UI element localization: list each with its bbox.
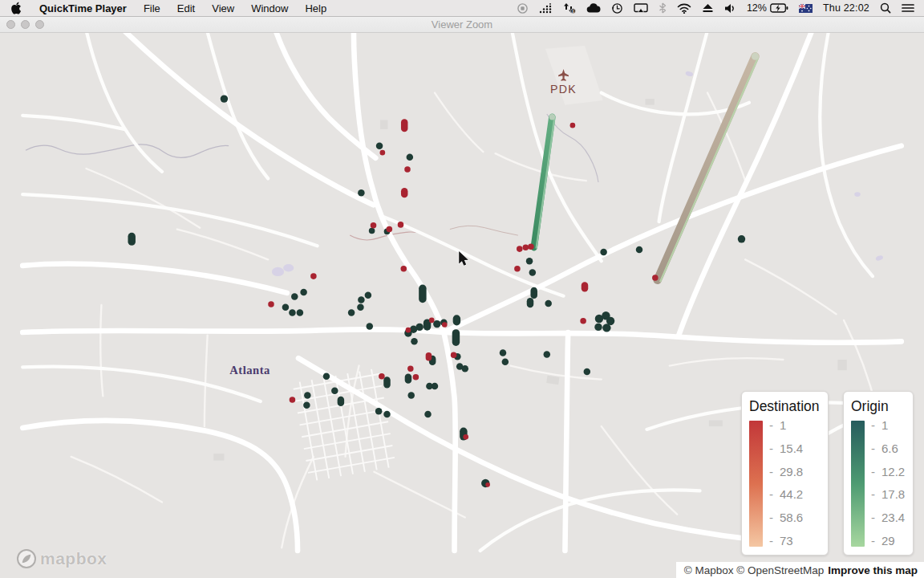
- origin-point: [602, 324, 610, 332]
- menu-help[interactable]: Help: [305, 2, 326, 14]
- origin-point: [365, 291, 372, 299]
- origin-point: [500, 349, 507, 356]
- origin-legend: Origin -1-6.6-12.2-17.8-23.4-29: [843, 391, 914, 556]
- destination-point: [652, 275, 659, 281]
- destination-point: [398, 222, 404, 228]
- time-machine-icon[interactable]: [611, 2, 623, 14]
- origin-point: [405, 373, 412, 383]
- origin-point: [323, 373, 330, 381]
- legend-tick: -15.4: [769, 442, 803, 454]
- origin-point: [358, 189, 365, 197]
- spotlight-search-icon[interactable]: [880, 2, 891, 14]
- origin-point: [383, 411, 391, 418]
- menu-bar: QuickTime Player FileEditViewWindowHelp …: [0, 0, 924, 17]
- origin-point: [738, 235, 745, 242]
- origin-point: [407, 154, 413, 161]
- window-title-bar[interactable]: Viewer Zoom: [0, 17, 924, 33]
- destination-point: [310, 273, 317, 279]
- origin-point: [128, 233, 136, 246]
- destination-point: [371, 222, 377, 229]
- destination-point: [451, 352, 457, 359]
- destination-point: [582, 282, 589, 291]
- origin-point: [527, 298, 534, 307]
- origin-point: [331, 387, 338, 394]
- origin-point: [462, 365, 469, 372]
- legend-tick: -23.4: [871, 511, 905, 523]
- battery-percent: 12%: [747, 2, 767, 14]
- origin-point: [297, 309, 304, 316]
- origin-legend-title: Origin: [851, 398, 905, 415]
- origin-point: [291, 293, 298, 300]
- origin-point: [282, 304, 290, 311]
- destination-point: [380, 150, 386, 156]
- destination-legend-title: Destination: [749, 398, 820, 415]
- destination-point: [528, 244, 534, 250]
- origin-point: [636, 246, 643, 254]
- origin-point: [453, 315, 460, 325]
- screen-record-icon[interactable]: [517, 2, 529, 14]
- improve-map-link[interactable]: Improve this map: [828, 564, 918, 576]
- map-attribution: © Mapbox © OpenStreetMap Improve this ma…: [676, 562, 924, 578]
- origin-point: [432, 383, 439, 390]
- destination-point: [485, 482, 490, 487]
- origin-point: [407, 392, 415, 399]
- origin-color-ramp: [851, 421, 865, 547]
- origin-point: [433, 320, 440, 328]
- menu-edit[interactable]: Edit: [177, 2, 195, 14]
- menu-app-name[interactable]: QuickTime Player: [39, 2, 127, 14]
- destination-point: [290, 397, 296, 403]
- destination-point: [401, 266, 407, 272]
- origin-point: [338, 397, 345, 406]
- origin-point: [424, 411, 432, 418]
- signal-meter-icon[interactable]: [539, 3, 553, 14]
- city-label: Atlanta: [229, 364, 270, 377]
- battery-indicator[interactable]: 12%: [747, 2, 788, 14]
- destination-point: [268, 301, 274, 307]
- legend-tick: -1: [871, 419, 905, 431]
- destination-point: [426, 352, 432, 360]
- destination-point: [406, 328, 411, 333]
- origin-point: [358, 296, 365, 303]
- sync-arrows-icon[interactable]: 0: [563, 2, 576, 14]
- origin-point: [584, 368, 591, 376]
- destination-point: [442, 322, 448, 328]
- origin-point: [502, 359, 509, 366]
- wifi-icon[interactable]: [677, 3, 691, 14]
- menu-view[interactable]: View: [212, 2, 234, 14]
- origin-point: [594, 324, 602, 331]
- legend-tick: -29.8: [769, 466, 803, 478]
- legend-tick: -1: [769, 419, 803, 431]
- airplay-display-icon[interactable]: [634, 3, 648, 14]
- bluetooth-icon[interactable]: [659, 2, 667, 14]
- menu-list-icon[interactable]: [902, 3, 914, 13]
- origin-point: [304, 392, 311, 399]
- mapbox-logo[interactable]: mapbox: [16, 548, 107, 569]
- destination-point: [379, 373, 385, 380]
- origin-point: [452, 329, 460, 346]
- apple-menu-icon[interactable]: [11, 2, 22, 14]
- menu-window[interactable]: Window: [251, 2, 288, 14]
- destination-point: [570, 123, 576, 128]
- legend-tick: -29: [871, 535, 905, 547]
- cloud-icon[interactable]: [586, 3, 601, 13]
- origin-point: [303, 401, 310, 409]
- airport-code-label: PDK: [550, 83, 577, 96]
- destination-point: [404, 166, 411, 173]
- legend-tick: -6.6: [871, 442, 905, 454]
- origin-point: [289, 309, 296, 316]
- menu-clock[interactable]: Thu 22:02: [823, 2, 869, 14]
- input-language-flag-icon[interactable]: [799, 4, 813, 13]
- origin-point: [545, 300, 552, 307]
- origin-legend-ticks: -1-6.6-12.2-17.8-23.4-29: [871, 421, 905, 547]
- destination-point: [517, 246, 523, 252]
- destination-point: [387, 226, 393, 233]
- volume-icon[interactable]: [724, 3, 736, 14]
- menu-file[interactable]: File: [144, 2, 160, 14]
- legend-tick: -12.2: [871, 466, 905, 478]
- destination-point: [523, 244, 529, 250]
- legend-tick: -44.2: [769, 488, 803, 500]
- eject-icon[interactable]: [702, 3, 714, 13]
- destination-point: [514, 266, 521, 272]
- extruded-bar-cap: [752, 53, 759, 60]
- legend-tick: -73: [769, 535, 803, 547]
